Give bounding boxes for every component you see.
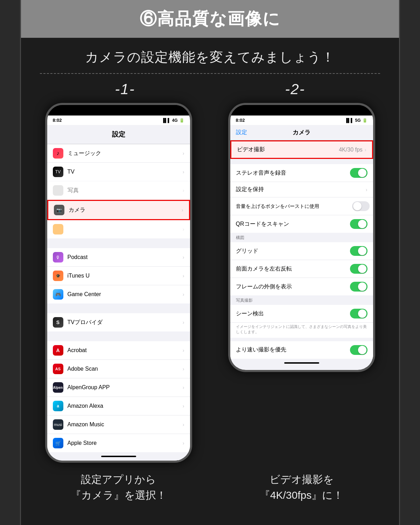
list-item[interactable]: 🎙 Podcast ›: [47, 248, 190, 267]
list-item[interactable]: a Amazon Alexa ›: [47, 397, 190, 415]
caption-2-line2: 『4K/30fps』に！: [228, 487, 375, 503]
acrobat-icon: A: [53, 345, 63, 356]
step2-label: -2-: [285, 81, 305, 98]
section-bottom: より速い撮影を優先: [230, 341, 373, 359]
step1-label: -1-: [115, 81, 135, 98]
caption-1-line1: 設定アプリから: [45, 471, 192, 487]
chevron-icon: ›: [366, 187, 368, 192]
toggle-faster[interactable]: [350, 345, 368, 355]
section-camera: 写真 › 📷 カメラ › ›: [47, 181, 190, 238]
list-item[interactable]: グリッド: [230, 242, 373, 260]
list-item[interactable]: 設定を保持 ›: [230, 182, 373, 197]
home-bar-1: [47, 452, 190, 461]
adobe-scan-item[interactable]: AS Adobe Scan ›: [47, 360, 190, 378]
caption-2-line1: ビデオ撮影を: [228, 471, 375, 487]
chevron-icon: ›: [183, 403, 184, 409]
list-item[interactable]: 🛒 Apple Store ›: [47, 434, 190, 452]
caption-2: ビデオ撮影を 『4K/30fps』に！: [228, 471, 375, 503]
caption-1-line2: 『カメラ』を選択！: [45, 487, 192, 503]
chevron-icon: ›: [183, 366, 184, 372]
camera-icon: 📷: [54, 205, 64, 215]
item-label: Game Center: [68, 291, 183, 298]
section-gap-cam-2: [230, 338, 373, 341]
item-label: Podcast: [68, 254, 183, 260]
item-label: 設定を保持: [236, 186, 366, 193]
list-item[interactable]: シーン検出: [230, 305, 373, 323]
list-item[interactable]: S TVプロバイダ ›: [47, 313, 190, 331]
notch-1: [94, 105, 143, 115]
nav-back-button[interactable]: 設定: [236, 129, 247, 136]
toggle-mirror[interactable]: [350, 264, 368, 274]
camera-item-label: カメラ: [69, 206, 182, 214]
status-bar-2: 8:02 ▐▌▌ 5G 🔋: [230, 115, 373, 125]
section-toggles: ステレオ音声を録音 設定を保持 › 音量を上げるボタンをバーストに使用 QRコー…: [230, 164, 373, 233]
camera-list-item[interactable]: 📷 カメラ ›: [47, 200, 190, 220]
caption-1: 設定アプリから 『カメラ』を選択！: [45, 471, 192, 503]
toggle-outside-frame[interactable]: [350, 282, 368, 292]
list-item[interactable]: Alpen AlpenGroup APP ›: [47, 378, 190, 397]
list-item[interactable]: ステレオ音声を録音: [230, 164, 373, 182]
tvprovider-icon: S: [53, 317, 63, 328]
adobescan-label: Adobe Scan: [68, 366, 183, 372]
chevron-icon: ›: [183, 169, 184, 175]
list-item[interactable]: A Acrobat ›: [47, 341, 190, 360]
list-item[interactable]: TV TV ›: [47, 163, 190, 181]
left-bezel: [0, 0, 21, 525]
item-label: TVプロバイダ: [68, 319, 183, 326]
notch-bar-2: [230, 105, 373, 115]
screen-2: 設定 カメラ ビデオ撮影 4K/30 fps › ステレオ音声を録音: [230, 125, 373, 370]
captions-row: 設定アプリから 『カメラ』を選択！ ビデオ撮影を 『4K/30fps』に！: [30, 471, 390, 503]
home-indicator-1: [101, 456, 136, 457]
section-tvprovider: S TVプロバイダ ›: [47, 313, 190, 331]
chevron-icon: ›: [183, 273, 184, 279]
item-label: 前面カメラを左右反転: [236, 265, 350, 273]
alpengroup-icon: Alpen: [53, 382, 63, 393]
network-type-1: 4G: [172, 118, 177, 123]
section-gap-2: [47, 303, 190, 313]
status-bar-1: 8:02 ▐▌▌ 4G 🔋: [47, 115, 190, 125]
signal-bars-2: ▐▌▌: [345, 118, 354, 123]
toggle-grid[interactable]: [350, 246, 368, 256]
video-label: ビデオ撮影: [237, 146, 339, 153]
list-item[interactable]: 🎮 Game Center ›: [47, 285, 190, 303]
home-bar-2: [230, 359, 373, 367]
time-1: 8:02: [53, 118, 62, 123]
right-bezel: [399, 0, 420, 525]
list-item[interactable]: ›: [47, 220, 190, 238]
list-item[interactable]: 写真 ›: [47, 181, 190, 200]
itunesu-icon: 🎓: [53, 271, 63, 281]
item-label: Amazon Music: [68, 421, 183, 428]
item-label: Acrobat: [68, 347, 183, 354]
video-section: ビデオ撮影 4K/30 fps ›: [230, 140, 373, 159]
gamecenter-icon: 🎮: [53, 289, 63, 300]
list-item[interactable]: より速い撮影を優先: [230, 341, 373, 359]
tv-icon: TV: [53, 167, 63, 177]
toggle-scene[interactable]: [350, 309, 368, 318]
toggle-qr[interactable]: [350, 219, 368, 229]
list-item[interactable]: 🎓 iTunes U ›: [47, 267, 190, 285]
chevron-icon: ›: [183, 440, 184, 446]
podcast-icon: 🎙: [53, 252, 63, 262]
list-item[interactable]: フレームの外側を表示: [230, 278, 373, 295]
battery-icon-1: 🔋: [179, 118, 184, 123]
chevron-icon: ›: [183, 348, 184, 353]
toggle-burst[interactable]: [352, 201, 370, 211]
chevron-icon: ›: [183, 254, 184, 260]
item-label: AlpenGroup APP: [68, 384, 183, 391]
list-item[interactable]: ♪ ミュージック ›: [47, 144, 190, 163]
header-banner: ⑥高品質な画像に: [21, 0, 399, 38]
section-media: ♪ ミュージック › TV TV ›: [47, 144, 190, 181]
list-item[interactable]: musi Amazon Music ›: [47, 415, 190, 434]
item-label: Amazon Alexa: [68, 403, 183, 409]
placeholder-icon: [53, 185, 63, 196]
list-item[interactable]: QRコードをスキャン: [230, 215, 373, 233]
toggle-stereo[interactable]: [350, 168, 368, 178]
signal-bars-1: ▐▌▌: [162, 118, 171, 123]
video-item[interactable]: ビデオ撮影 4K/30 fps ›: [230, 140, 373, 159]
camera-nav: 設定 カメラ: [230, 125, 373, 140]
screen-1: 設定 ♪ ミュージック › TV TV ›: [47, 125, 190, 461]
step-labels: -1- -2-: [40, 81, 380, 98]
section-gap-1: [47, 238, 190, 248]
list-item[interactable]: 音量を上げるボタンをバーストに使用: [230, 197, 373, 215]
list-item[interactable]: 前面カメラを左右反転: [230, 260, 373, 278]
